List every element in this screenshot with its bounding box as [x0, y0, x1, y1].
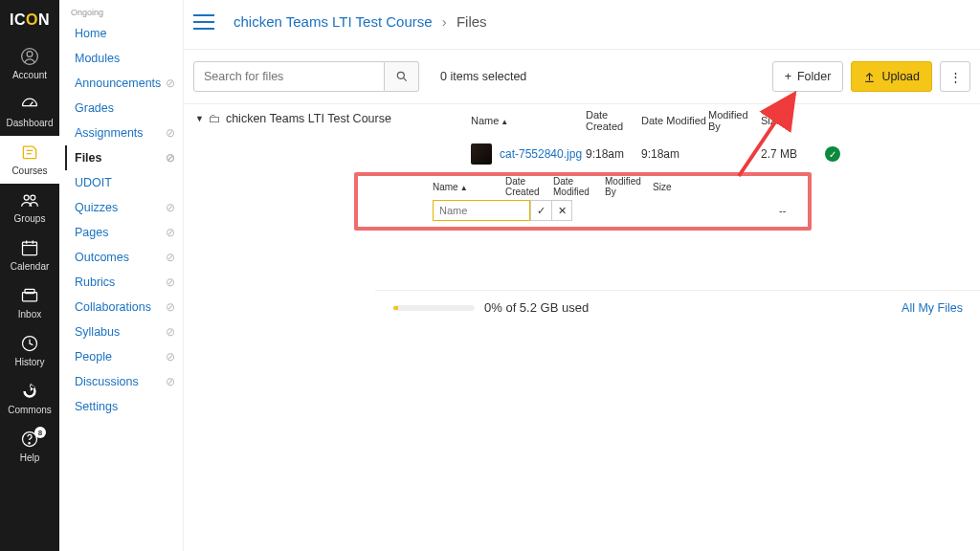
new-folder-row: ✓ ✕ -- [358, 197, 808, 224]
sort-asc-icon: ▲ [460, 184, 468, 192]
svg-rect-7 [23, 242, 37, 254]
cn-udoit[interactable]: UDOIT [71, 170, 183, 195]
nav-courses[interactable]: Courses [0, 136, 59, 184]
nav-groups[interactable]: Groups [0, 184, 59, 231]
tree-root[interactable]: ▼ 🗀 chicken Teams LTI Test Course [195, 112, 421, 125]
new-folder-name-input[interactable] [433, 200, 530, 221]
cn-grades[interactable]: Grades [71, 96, 183, 121]
search-input[interactable] [193, 61, 385, 92]
file-name[interactable]: cat-7552840.jpg [500, 147, 582, 161]
commons-icon [18, 381, 41, 402]
hidden-icon: ⊘ [166, 325, 175, 339]
brand-logo: ICON [0, 0, 59, 40]
cn-syllabus[interactable]: Syllabus⊘ [71, 320, 183, 344]
hamburger-icon[interactable] [193, 14, 214, 30]
groups-icon [18, 189, 41, 210]
kebab-icon: ⋮ [949, 70, 962, 84]
all-my-files-link[interactable]: All My Files [902, 301, 963, 315]
breadcrumb-bar: chicken Teams LTI Test Course › Files [184, 0, 980, 50]
file-size: 2.7 MB [761, 147, 818, 161]
cn-pages[interactable]: Pages⊘ [71, 220, 183, 245]
cn-discussions[interactable]: Discussions⊘ [71, 369, 183, 394]
hidden-icon: ⊘ [166, 226, 175, 239]
files-toolbar: 0 items selected + Folder Upload ⋮ [184, 50, 980, 103]
cn-rubrics[interactable]: Rubrics⊘ [71, 270, 183, 295]
col-date-modified[interactable]: Date Modified [641, 115, 708, 126]
svg-point-5 [24, 195, 29, 200]
cancel-folder-button[interactable]: ✕ [551, 200, 572, 221]
add-folder-button[interactable]: + Folder [772, 61, 844, 92]
nav-history[interactable]: History [0, 327, 59, 375]
breadcrumb-course[interactable]: chicken Teams LTI Test Course [234, 13, 433, 30]
inbox-icon [18, 285, 41, 306]
cn-collaborations[interactable]: Collaborations⊘ [71, 295, 183, 320]
breadcrumb: chicken Teams LTI Test Course › Files [234, 13, 487, 30]
hidden-icon: ⊘ [166, 77, 175, 90]
col-modified-by[interactable]: Modified By [708, 109, 761, 132]
footer-bar: 0% of 5.2 GB used All My Files [375, 290, 980, 324]
file-date-created: 9:18am [586, 147, 641, 161]
nav-commons[interactable]: Commons [0, 375, 59, 423]
cn-announcements[interactable]: Announcements⊘ [71, 71, 183, 96]
svg-point-1 [27, 52, 33, 57]
nav-dashboard[interactable]: Dashboard [0, 88, 59, 136]
upload-icon [863, 71, 876, 83]
search-button[interactable] [385, 61, 419, 92]
nav-help[interactable]: 8 Help [0, 423, 59, 471]
column-headers: Name▲ Date Created Date Modified Modifie… [433, 104, 980, 137]
file-date-modified: 9:18am [641, 147, 708, 161]
main-content: chicken Teams LTI Test Course › Files 0 … [184, 0, 980, 551]
svg-line-2 [30, 102, 33, 106]
courses-icon [18, 142, 41, 163]
quota-text: 0% of 5.2 GB used [484, 300, 589, 315]
storage-quota: 0% of 5.2 GB used [392, 300, 589, 315]
hidden-icon: ⊘ [166, 375, 175, 388]
account-icon [18, 46, 41, 67]
search-wrap [193, 61, 419, 92]
callout-headers: Name▲ Date Created Date Modified Modifie… [358, 176, 808, 197]
svg-point-15 [29, 443, 30, 444]
hidden-icon: ⊘ [166, 201, 175, 214]
help-badge: 8 [34, 427, 46, 438]
file-area: ▼ 🗀 chicken Teams LTI Test Course Name▲ … [184, 103, 980, 551]
file-row[interactable]: cat-7552840.jpg 9:18am 9:18am 2.7 MB ✓ [433, 137, 980, 171]
folder-icon: 🗀 [209, 112, 221, 125]
sort-asc-icon: ▲ [501, 118, 508, 126]
new-folder-size: -- [779, 205, 786, 216]
hidden-icon: ⊘ [166, 251, 175, 264]
col-size[interactable]: Size [761, 115, 818, 126]
svg-point-6 [31, 195, 35, 200]
course-nav-header: Ongoing [71, 8, 183, 17]
more-options-button[interactable]: ⋮ [940, 61, 970, 92]
cn-people[interactable]: People⊘ [71, 344, 183, 369]
plus-icon: + [785, 70, 791, 83]
published-icon[interactable]: ✓ [825, 146, 840, 162]
quota-bar [392, 305, 475, 311]
svg-rect-12 [25, 289, 34, 293]
hidden-icon: ⊘ [166, 126, 175, 140]
hidden-icon: ⊘ [166, 151, 175, 165]
breadcrumb-leaf: Files [457, 13, 487, 30]
confirm-folder-button[interactable]: ✓ [530, 200, 551, 221]
cn-settings[interactable]: Settings [71, 394, 183, 419]
nav-account[interactable]: Account [0, 40, 59, 88]
col-date-created[interactable]: Date Created [586, 109, 641, 132]
hidden-icon: ⊘ [166, 276, 175, 289]
cn-files[interactable]: Files⊘ [65, 145, 183, 170]
svg-point-16 [397, 72, 404, 78]
cn-outcomes[interactable]: Outcomes⊘ [71, 245, 183, 270]
nav-inbox[interactable]: Inbox [0, 279, 59, 327]
global-nav: ICON Account Dashboard Courses Groups [0, 0, 59, 551]
new-folder-callout: Name▲ Date Created Date Modified Modifie… [354, 172, 812, 231]
nav-calendar[interactable]: Calendar [0, 231, 59, 279]
hidden-icon: ⊘ [166, 300, 175, 314]
cn-assignments[interactable]: Assignments⊘ [71, 121, 183, 145]
upload-button[interactable]: Upload [851, 61, 932, 92]
col-name[interactable]: Name▲ [433, 115, 586, 126]
cn-modules[interactable]: Modules [71, 46, 183, 71]
file-thumbnail [471, 143, 492, 165]
cn-quizzes[interactable]: Quizzes⊘ [71, 195, 183, 220]
cn-home[interactable]: Home [71, 21, 183, 46]
selection-count: 0 items selected [440, 70, 526, 83]
calendar-icon [18, 237, 41, 258]
